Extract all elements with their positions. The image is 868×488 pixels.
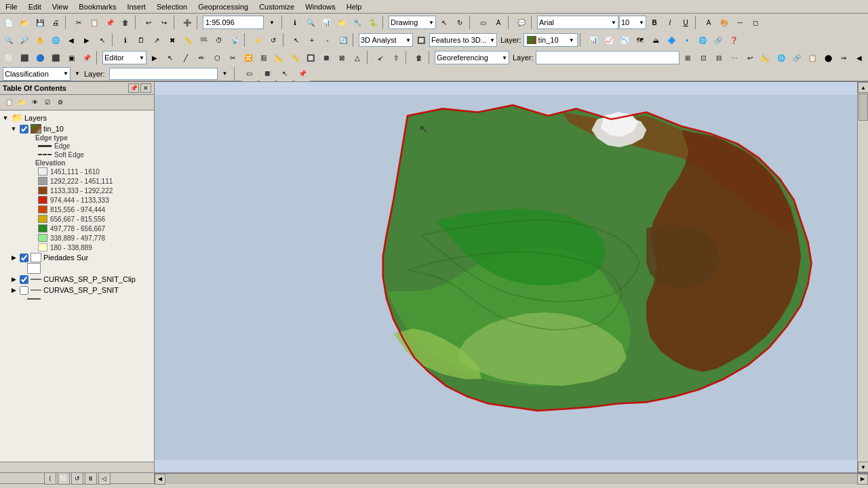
feature-construct-btn[interactable]: ⚡ <box>250 33 265 47</box>
underline-btn[interactable]: U <box>678 15 693 30</box>
line-color-btn[interactable]: ─ <box>732 15 747 30</box>
toc-nav-btn-3[interactable]: ↺ <box>71 472 83 485</box>
edit-tool-1[interactable]: ↖ <box>163 50 178 65</box>
georef-btn-1[interactable]: ⊞ <box>680 50 695 65</box>
3d-analyst-9[interactable]: 🔗 <box>711 33 726 47</box>
save-btn[interactable]: 💾 <box>33 15 47 30</box>
edit-tool-10[interactable]: 🔲 <box>303 50 318 65</box>
3d-analyst-2[interactable]: 📈 <box>601 33 616 47</box>
edit-btn-4[interactable]: ⬛ <box>48 50 63 65</box>
curvas-expand-btn[interactable]: ▶ <box>9 286 18 294</box>
menu-geoprocessing[interactable]: Geoprocessing <box>193 1 254 12</box>
gps-btn[interactable]: 📡 <box>227 33 242 47</box>
font-size-dropdown[interactable]: 10 ▼ <box>619 16 646 29</box>
toc-unpin-btn[interactable]: 📌 <box>128 83 139 93</box>
toc-nav-btn-4[interactable]: ⏸ <box>85 472 97 485</box>
scroll-down-btn[interactable]: ▼ <box>858 462 868 472</box>
georef-btn-11[interactable]: ⇒ <box>836 50 851 65</box>
edit-tool-4[interactable]: ⬡ <box>210 50 224 65</box>
edit-tool-13[interactable]: △ <box>350 50 365 65</box>
3d-analyst-7[interactable]: 🔹 <box>679 33 694 47</box>
open-btn[interactable]: 📂 <box>17 15 32 30</box>
cut-btn[interactable]: ✂ <box>71 15 86 30</box>
info-btn[interactable]: ℹ <box>118 33 133 47</box>
draw-select-btn[interactable]: ↖ <box>437 15 452 30</box>
zoom-in-layout-btn[interactable]: + <box>304 33 319 47</box>
hscroll-left-btn[interactable]: ◀ <box>155 474 165 485</box>
edit-btn-3[interactable]: 🔵 <box>33 50 47 65</box>
delete-btn[interactable]: 🗑 <box>118 15 133 30</box>
italic-btn[interactable]: I <box>663 15 677 30</box>
georef-btn-5[interactable]: ↩ <box>743 50 757 65</box>
georef-btn-7[interactable]: 🌐 <box>774 50 789 65</box>
class-btn-4[interactable]: 📌 <box>295 66 310 81</box>
prev-extent-btn[interactable]: ◀ <box>64 33 79 47</box>
horiz-scrollbar[interactable]: ◀ ▶ <box>155 473 868 484</box>
font-dropdown[interactable]: Arial ▼ <box>537 16 618 29</box>
georef-dropdown[interactable]: Georeferencing ▼ <box>435 51 509 64</box>
zoom-in-btn[interactable]: 🔍 <box>1 33 16 47</box>
hscroll-track[interactable] <box>165 474 857 484</box>
curvas-item[interactable]: ▶ CURVAS_SR_P_SNIT <box>8 285 154 296</box>
arctoolbox-btn[interactable]: 🔧 <box>350 15 365 30</box>
catalog-btn[interactable]: 📁 <box>334 15 349 30</box>
toc-list-by-sel-btn[interactable]: ☑ <box>41 96 54 108</box>
rotate-btn[interactable]: ↺ <box>266 33 281 47</box>
edit-btn-6[interactable]: 📌 <box>79 50 94 65</box>
piedades-checkbox[interactable] <box>20 253 28 262</box>
class-btn-2[interactable]: 🔳 <box>260 66 275 81</box>
toc-list-by-source-btn[interactable]: 📁 <box>16 96 28 108</box>
edit-btn-2[interactable]: ⬛ <box>17 50 32 65</box>
class-btn-1[interactable]: ▭ <box>242 66 257 81</box>
tin-10-checkbox[interactable] <box>20 125 28 134</box>
features-to-3d-dropdown[interactable]: Features to 3D... ▼ <box>429 33 497 47</box>
toc-list-by-vis-btn[interactable]: 👁 <box>28 96 41 108</box>
edit-tool-2[interactable]: ╱ <box>178 50 193 65</box>
fill-color-btn[interactable]: 🎨 <box>717 15 732 30</box>
mxd-props-btn[interactable]: 📊 <box>319 15 334 30</box>
edit-tool-15[interactable]: ⇧ <box>389 50 403 65</box>
menu-edit[interactable]: Edit <box>23 1 47 12</box>
measure-btn[interactable]: 📏 <box>180 33 195 47</box>
piedades-item[interactable]: ▶ Piedades Sur <box>8 252 154 263</box>
layer-selector[interactable]: tin_10 ▼ <box>524 33 578 47</box>
python-btn[interactable]: 🐍 <box>366 15 380 30</box>
clear-sel-btn[interactable]: ✖ <box>165 33 180 47</box>
class-layer-input[interactable] <box>109 68 218 80</box>
zoom-out-layout-btn[interactable]: - <box>320 33 335 47</box>
scroll-up-btn[interactable]: ▲ <box>858 82 868 93</box>
menu-customize[interactable]: Customize <box>254 1 300 12</box>
toc-close-btn[interactable]: ✕ <box>140 83 151 93</box>
edit-tool-7[interactable]: ⛓ <box>256 50 271 65</box>
menu-windows[interactable]: Windows <box>300 1 341 12</box>
edit-tool-14[interactable]: ↙ <box>373 50 388 65</box>
scale-input[interactable] <box>203 16 264 29</box>
pan-btn[interactable]: ✋ <box>33 33 47 47</box>
edit-tool-9[interactable]: 📏 <box>288 50 302 65</box>
edit-select-btn[interactable]: ▶ <box>147 50 162 65</box>
menu-file[interactable]: File <box>0 1 23 12</box>
time-btn[interactable]: ⏱ <box>212 33 226 47</box>
callout-btn[interactable]: 💬 <box>514 15 529 30</box>
georef-btn-8[interactable]: 🔗 <box>789 50 804 65</box>
draw-rotate-btn[interactable]: ↻ <box>452 15 467 30</box>
scroll-track[interactable] <box>858 93 868 462</box>
new-btn[interactable]: 📄 <box>1 15 16 30</box>
scale-dropdown-btn[interactable]: ▼ <box>264 15 279 30</box>
menu-view[interactable]: View <box>47 1 74 12</box>
3d-analyst-4[interactable]: 🗺 <box>633 33 648 47</box>
georef-btn-2[interactable]: ⊡ <box>696 50 711 65</box>
curvas-clip-item[interactable]: ▶ CURVAS_SR_P_SNIT_Clip <box>8 274 154 285</box>
edit-tool-5[interactable]: ✂ <box>225 50 240 65</box>
3d-analyst-10[interactable]: ❓ <box>726 33 741 47</box>
print-btn[interactable]: 🖨 <box>48 15 63 30</box>
edit-tool-3[interactable]: ✏ <box>194 50 209 65</box>
layers-root[interactable]: ▼ 📁 Layers <box>0 112 154 123</box>
classification-dropdown[interactable]: Classification ▼ <box>3 67 71 81</box>
undo-btn[interactable]: ↩ <box>141 15 156 30</box>
edit-tool-11[interactable]: 🔳 <box>319 50 334 65</box>
go-to-btn[interactable]: 🏁 <box>196 33 211 47</box>
edit-tool-6[interactable]: 🔀 <box>241 50 256 65</box>
3d-analyst-3[interactable]: 📉 <box>617 33 632 47</box>
toc-nav-btn-1[interactable]: ⟨ <box>44 472 56 485</box>
